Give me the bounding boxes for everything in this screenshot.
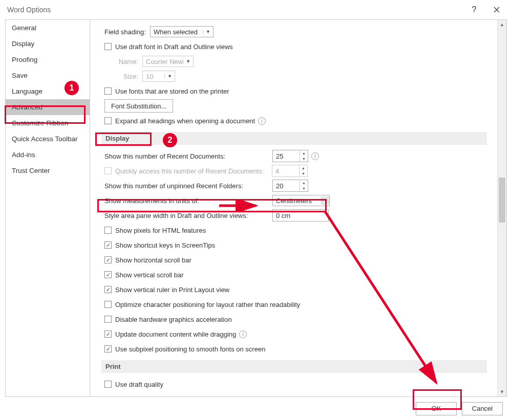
- spinner-up-icon[interactable]: ▲: [300, 180, 308, 186]
- font-size-label: Size:: [116, 73, 138, 80]
- printer-fonts-checkbox[interactable]: [104, 87, 112, 95]
- annotation-arrow-1: [218, 200, 262, 212]
- sidebar-item-display[interactable]: Display: [6, 36, 90, 52]
- optimize-pos-checkbox[interactable]: [104, 301, 112, 308]
- shortcut-keys-checkbox[interactable]: [104, 241, 112, 249]
- quick-access-spinner: 4 ▲▼: [272, 165, 308, 177]
- draft-font-label: Use draft font in Draft and Outline view…: [115, 43, 233, 51]
- sidebar-item-customize-ribbon[interactable]: Customize Ribbon: [6, 115, 90, 131]
- units-select[interactable]: Centimeters ▼: [272, 195, 330, 206]
- recent-docs-label: Show this number of Recent Documents:: [104, 152, 268, 160]
- annotation-arrow-2: [323, 209, 445, 391]
- chevron-down-icon: ▼: [183, 59, 191, 64]
- vruler-checkbox[interactable]: [104, 286, 112, 293]
- sidebar-item-trust-center[interactable]: Trust Center: [6, 163, 90, 179]
- scroll-up-icon[interactable]: ▲: [498, 20, 506, 29]
- font-name-label: Name:: [116, 58, 138, 65]
- window-title: Word Options: [7, 6, 463, 14]
- quick-access-label: Quickly access this number of Recent Doc…: [115, 167, 268, 175]
- style-pane-label: Style area pane width in Draft and Outli…: [104, 212, 268, 219]
- recent-folders-label: Show this number of unpinned Recent Fold…: [104, 182, 268, 190]
- draft-font-checkbox[interactable]: [104, 43, 112, 50]
- expand-headings-label: Expand all headings when opening a docum…: [115, 117, 255, 125]
- info-icon[interactable]: [311, 152, 319, 160]
- style-pane-input[interactable]: 0 cm: [272, 209, 329, 222]
- subpixel-checkbox[interactable]: [104, 345, 112, 352]
- draft-quality-checkbox[interactable]: [104, 381, 112, 388]
- font-size-select: 10 ▼: [142, 71, 175, 82]
- disable-hw-checkbox[interactable]: [104, 316, 112, 323]
- field-shading-label: Field shading:: [104, 28, 146, 36]
- spinner-down-icon[interactable]: ▼: [300, 186, 308, 191]
- sidebar-item-add-ins[interactable]: Add-ins: [6, 147, 90, 163]
- sidebar-item-proofing[interactable]: Proofing: [6, 52, 90, 68]
- sidebar-item-quick-access-toolbar[interactable]: Quick Access Toolbar: [6, 131, 90, 147]
- cancel-button[interactable]: Cancel: [462, 402, 503, 415]
- quick-access-checkbox[interactable]: [104, 167, 112, 174]
- field-shading-select[interactable]: When selected ▼: [150, 26, 214, 37]
- chevron-down-icon: ▼: [321, 196, 329, 205]
- printer-fonts-label: Use fonts that are stored on the printer: [115, 87, 229, 95]
- sidebar-item-language[interactable]: Language: [6, 83, 90, 99]
- hscroll-checkbox[interactable]: [104, 256, 112, 263]
- close-button[interactable]: [485, 2, 508, 17]
- recent-docs-spinner[interactable]: 25 ▲▼: [272, 150, 308, 162]
- sidebar-item-save[interactable]: Save: [6, 68, 90, 83]
- vertical-scrollbar[interactable]: ▲ ▼: [497, 20, 506, 396]
- sidebar: General Display Proofing Save Language A…: [5, 19, 90, 397]
- font-name-select: Courier New ▼: [142, 56, 194, 67]
- spinner-down-icon[interactable]: ▼: [300, 156, 308, 162]
- spinner-up-icon[interactable]: ▲: [300, 150, 308, 156]
- recent-folders-spinner[interactable]: 20 ▲▼: [272, 180, 308, 192]
- font-substitution-button[interactable]: Font Substitution...: [104, 99, 173, 113]
- dialog-footer: OK Cancel: [0, 397, 512, 420]
- chevron-down-icon: ▼: [203, 29, 211, 34]
- display-section-heading: Display: [101, 132, 487, 145]
- pixels-html-checkbox[interactable]: [104, 227, 112, 234]
- scroll-down-icon[interactable]: ▼: [498, 387, 506, 396]
- info-icon[interactable]: [239, 330, 247, 338]
- scrollbar-thumb[interactable]: [499, 178, 505, 223]
- close-icon: [494, 7, 500, 13]
- help-button[interactable]: ?: [463, 2, 485, 17]
- ok-button[interactable]: OK: [416, 402, 457, 415]
- vscroll-checkbox[interactable]: [104, 271, 112, 278]
- svg-line-1: [325, 211, 436, 383]
- title-bar: Word Options ?: [0, 0, 512, 19]
- expand-headings-checkbox[interactable]: [104, 117, 112, 124]
- info-icon[interactable]: [258, 117, 266, 125]
- update-drag-checkbox[interactable]: [104, 330, 112, 338]
- sidebar-item-advanced[interactable]: Advanced: [6, 99, 90, 115]
- chevron-down-icon: ▼: [164, 74, 173, 79]
- sidebar-item-general[interactable]: General: [6, 20, 90, 36]
